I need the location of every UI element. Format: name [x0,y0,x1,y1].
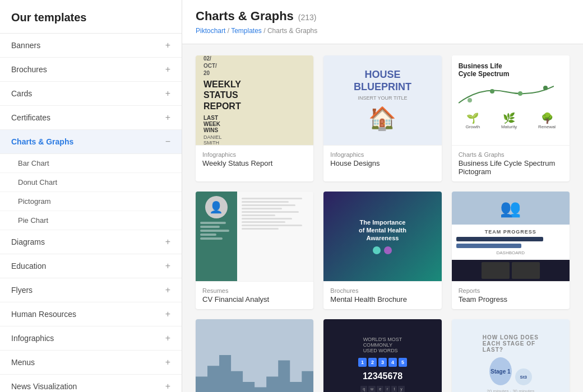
breadcrumb-piktochart[interactable]: Piktochart [196,27,225,35]
template-grid: 02/OCT/20 WEEKLYSTATUSREPORT LASTWEEKWIN… [182,44,583,392]
card-team-progress[interactable]: 👥 TEAM PROGRESS DASHBOARD Reports Team P [452,192,570,309]
breadcrumb: Piktochart / Templates / Charts & Graphs [196,27,570,35]
expand-icon: + [165,261,170,271]
card-info-team: Reports Team Progress [452,281,570,309]
expand-icon: + [165,113,170,123]
page-header: Charts & Graphs (213) Piktochart / Templ… [182,0,583,44]
expand-icon: + [165,237,170,247]
card-name: House Designs [330,159,434,167]
expand-icon: + [165,88,170,99]
sidebar-item-news-visualization[interactable]: News Visualization + [0,375,182,392]
sidebar-item-education[interactable]: Education + [0,254,182,278]
card-info-cv: Resumes CV Financial Analyst [196,281,313,309]
sidebar-item-brochures[interactable]: Brochures + [0,58,182,82]
sidebar-item-certificates[interactable]: Certificates + [0,106,182,130]
card-thumb-weekly: 02/OCT/20 WEEKLYSTATUSREPORT LASTWEEKWIN… [196,55,313,145]
submenu-bar-chart[interactable]: Bar Chart [0,154,182,173]
page-count: (213) [298,13,317,22]
expand-icon: + [165,333,170,343]
expand-icon: + [165,357,170,367]
svg-point-3 [543,86,548,90]
sidebar-title: Our templates [0,11,182,34]
expand-icon: + [165,64,170,74]
card-stage-chart[interactable]: HOW LONG DOESEACH STAGE OFLAST? Stage 1 … [452,319,570,392]
sidebar-item-charts-graphs[interactable]: Charts & Graphs − [0,130,182,154]
sidebar-item-menus[interactable]: Menus + [0,351,182,375]
submenu-pie-chart[interactable]: Pie Chart [0,211,182,230]
sidebar-item-diagrams[interactable]: Diagrams + [0,230,182,254]
card-name: CV Financial Analyst [202,295,307,304]
card-keyboard[interactable]: WORLD'S MOSTCOMMONLYUSED WORDS 1 2 3 4 5… [323,319,441,392]
card-name: Weekly Status Report [202,159,307,167]
submenu-pictogram[interactable]: Pictogram [0,192,182,211]
charts-submenu: Bar Chart Donut Chart Pictogram Pie Char… [0,154,182,230]
svg-point-1 [490,89,494,94]
card-thumb-stage: HOW LONG DOESEACH STAGE OFLAST? Stage 1 … [452,319,570,392]
page-title: Charts & Graphs [196,9,294,24]
collapse-icon: − [165,137,170,147]
main-content: Charts & Graphs (213) Piktochart / Templ… [182,0,583,392]
card-category: Reports [459,287,563,294]
card-thumb-lifecycle: Business LifeCycle Spectrum 🌱Growth 🌿Mat [452,55,570,145]
expand-icon: + [165,309,170,319]
expand-icon: + [165,381,170,391]
card-city[interactable]: Charts & Graphs City Infrastructure [196,319,313,392]
card-weekly-status[interactable]: 02/OCT/20 WEEKLYSTATUSREPORT LASTWEEKWIN… [196,55,313,181]
card-thumb-keyboard: WORLD'S MOSTCOMMONLYUSED WORDS 1 2 3 4 5… [323,319,441,392]
cv-photo: 👤 [205,196,228,218]
card-name: Mental Health Brochure [330,295,434,304]
card-name: Team Progress [459,295,563,304]
expand-icon: + [165,40,170,50]
card-info-lifecycle: Charts & Graphs Business Life Cycle Spec… [452,145,570,181]
card-info-mental: Brochures Mental Health Brochure [323,281,441,309]
card-category: Infographics [330,151,434,158]
sidebar-item-human-resources[interactable]: Human Resources + [0,302,182,326]
submenu-donut-chart[interactable]: Donut Chart [0,173,182,192]
card-info-house: Infographics House Designs [323,145,441,173]
card-thumb-team: 👥 TEAM PROGRESS DASHBOARD [452,192,570,281]
card-house-designs[interactable]: HOUSEBLUEPRINT INSERT YOUR TITLE 🏠 Infog… [323,55,441,181]
card-thumb-mental: The Importanceof Mental HealthAwareness [323,192,441,281]
card-thumb-house: HOUSEBLUEPRINT INSERT YOUR TITLE 🏠 [323,55,441,145]
card-cv-financial[interactable]: 👤 [196,192,313,309]
card-mental-health[interactable]: The Importanceof Mental HealthAwareness … [323,192,441,309]
sidebar-item-infographics[interactable]: Infographics + [0,326,182,351]
svg-point-2 [518,91,522,96]
sidebar-item-flyers[interactable]: Flyers + [0,278,182,302]
svg-point-0 [468,98,472,102]
card-category: Brochures [330,287,434,294]
sidebar-item-cards[interactable]: Cards + [0,82,182,106]
card-category: Charts & Graphs [459,151,563,158]
card-thumb-cv: 👤 [196,192,313,281]
card-name: Business Life Cycle Spectrum Pictogram [459,159,563,176]
house-icon: 🏠 [368,105,396,132]
card-thumb-city [196,319,313,392]
expand-icon: + [165,285,170,295]
card-business-lifecycle[interactable]: Business LifeCycle Spectrum 🌱Growth 🌿Mat [452,55,570,181]
sidebar: Our templates Banners + Brochures + Card… [0,0,182,392]
sidebar-item-banners[interactable]: Banners + [0,34,182,58]
card-info-weekly: Infographics Weekly Status Report [196,145,313,173]
breadcrumb-templates[interactable]: Templates [231,27,262,35]
breadcrumb-current: Charts & Graphs [267,27,317,35]
card-category: Resumes [202,287,307,294]
card-category: Infographics [202,151,307,158]
